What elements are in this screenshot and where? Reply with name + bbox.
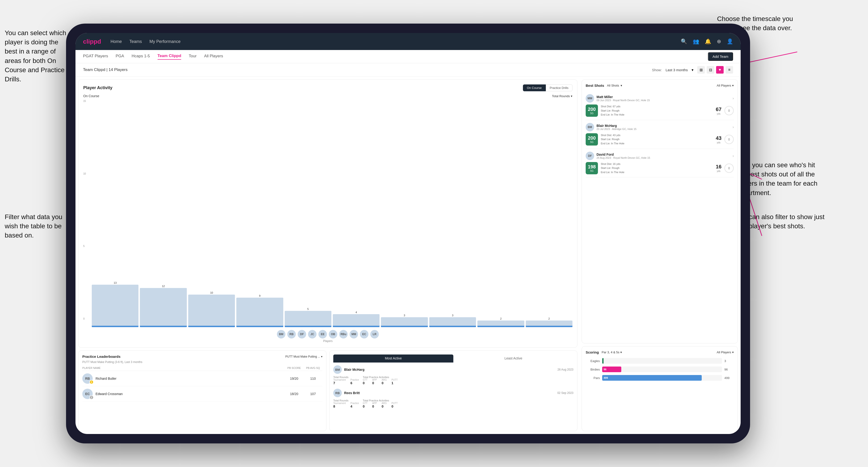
- ma-tabs: Most Active Least Active: [333, 354, 574, 363]
- practice-leaderboard-section: Practice Leaderboards PUTT Must Make Put…: [78, 350, 327, 431]
- bar: [140, 288, 187, 327]
- scoring-bar: 96: [602, 367, 621, 372]
- nav-my-performance[interactable]: My Performance: [150, 39, 181, 44]
- tab-on-course[interactable]: On Course: [523, 85, 546, 91]
- list-item[interactable]: EC 2 Edward Crossman 18/20 107: [82, 386, 322, 402]
- shot-badge: 200 SG: [586, 133, 598, 146]
- pl-dropdown[interactable]: PUTT Must Make Putting ... ▾: [285, 355, 322, 358]
- time-select[interactable]: Last 3 months: [665, 68, 688, 72]
- scoring-bar: 499: [602, 375, 702, 381]
- search-icon[interactable]: 🔍: [681, 38, 687, 44]
- plus-circle-icon[interactable]: ⊕: [717, 38, 721, 44]
- nav-icons: 🔍 👥 🔔 ⊕ 👤: [681, 38, 733, 44]
- bar-group: 9: [236, 294, 283, 327]
- list-item[interactable]: BM Blair McHarg 23 Jul 2023 · Aldridge G…: [586, 120, 734, 149]
- heart-view-icon[interactable]: ♥: [716, 66, 724, 73]
- col-player-name: PLAYER NAME: [82, 367, 285, 369]
- shot-metric-distance: 16 yds: [716, 164, 721, 173]
- tab-hcaps[interactable]: Hcaps 1-5: [132, 54, 150, 59]
- menu-view-icon[interactable]: ≡: [725, 66, 733, 73]
- player-avatar[interactable]: EE: [318, 330, 327, 338]
- chevron-right-icon[interactable]: ›: [733, 125, 734, 129]
- sc-header: Scoring Par 3, 4 & 5s ▾ All Players ▾: [586, 350, 734, 354]
- activity-header: Player Activity On Course Practice Drill…: [83, 85, 572, 91]
- avatar: DF: [586, 152, 594, 160]
- tab-pgat-players[interactable]: PGAT Players: [83, 54, 108, 59]
- tab-least-active[interactable]: Least Active: [453, 354, 574, 363]
- scoring-label: Pars: [586, 376, 600, 380]
- bell-icon[interactable]: 🔔: [705, 38, 711, 44]
- sc-filter[interactable]: Par 3, 4 & 5s ▾: [602, 350, 622, 354]
- chevron-down-icon: ▾: [620, 350, 622, 354]
- player-name: Edward Crossman: [96, 392, 285, 396]
- player-name: Richard Butler: [96, 377, 285, 380]
- shot-metric-distance: 43 yds: [716, 135, 721, 144]
- player-sub: 23 Jul 2023 · Aldridge GC, Hole 15: [596, 128, 637, 130]
- tab-all-players[interactable]: All Players: [204, 54, 223, 59]
- tab-pga[interactable]: PGA: [116, 54, 124, 59]
- top-navigation: clippd Home Teams My Performance 🔍 👥 🔔 ⊕…: [75, 33, 741, 50]
- bs-filter-players[interactable]: All Players ▾: [717, 84, 734, 87]
- nav-teams[interactable]: Teams: [129, 39, 142, 44]
- list-item: BM Blair McHarg 26 Aug 2023 Total Rounds…: [333, 365, 574, 385]
- pl-subtitle: PUTT Must Make Putting (3-6 ft), Last 3 …: [82, 361, 322, 364]
- user-avatar-icon[interactable]: 👤: [727, 38, 733, 44]
- sub-nav-tabs: PGAT Players PGA Hcaps 1-5 Team Clippd T…: [83, 54, 223, 60]
- list-item[interactable]: RB 1 Richard Butler 19/20 110: [82, 371, 322, 386]
- right-panel: Best Shots All Shots ▾ All Players ▾: [580, 76, 741, 434]
- shot-badge: 200 SG: [586, 104, 598, 117]
- tab-tour[interactable]: Tour: [189, 54, 196, 59]
- player-avatar[interactable]: OB: [329, 330, 337, 338]
- users-icon[interactable]: 👥: [693, 38, 699, 44]
- view-icons: ⊞ ⊟ ♥ ≡: [697, 66, 733, 73]
- player-name: Blair McHarg: [596, 124, 637, 128]
- player-avatar[interactable]: DF: [298, 330, 306, 338]
- pl-header: Practice Leaderboards PUTT Must Make Put…: [82, 354, 322, 359]
- chevron-right-icon[interactable]: ›: [733, 96, 734, 100]
- avatar: BM: [586, 123, 594, 131]
- player-name: Matt Miller: [596, 95, 650, 99]
- bs-filter-shots[interactable]: All Shots ▾: [607, 84, 622, 87]
- team-controls: Show: Last 3 months ▾ ⊞ ⊟ ♥ ≡: [652, 66, 733, 73]
- date: 26 Aug 2023: [558, 368, 574, 371]
- bar: [92, 285, 138, 327]
- bar: [188, 294, 235, 327]
- nav-home[interactable]: Home: [111, 39, 122, 44]
- bar: [526, 320, 572, 327]
- annotation-top-left: You can select which player is doing the…: [5, 28, 71, 84]
- chevron-down-icon[interactable]: ▾: [691, 68, 693, 72]
- bar-group: 5: [285, 308, 331, 327]
- bar-group: 12: [140, 285, 187, 327]
- sub-navigation: PGAT Players PGA Hcaps 1-5 Team Clippd T…: [75, 50, 741, 63]
- chevron-down-icon: ▾: [732, 84, 734, 87]
- chevron-right-icon[interactable]: ›: [733, 154, 734, 158]
- scoring-bar-wrap: [602, 358, 722, 364]
- scoring-label: Eagles: [586, 359, 600, 363]
- tab-most-active[interactable]: Most Active: [333, 354, 453, 363]
- tab-practice-drills[interactable]: Practice Drills: [546, 85, 572, 91]
- bar-group: 2: [477, 317, 524, 327]
- rank-badge: 2: [89, 395, 94, 400]
- player-sub: 09 Jun 2023 · Royal North Devon GC, Hole…: [596, 99, 650, 102]
- player-avatar[interactable]: LR: [370, 330, 379, 338]
- add-team-button[interactable]: Add Team: [708, 52, 733, 61]
- player-avatar[interactable]: RB: [287, 330, 296, 338]
- grid-view-icon[interactable]: ⊞: [697, 66, 705, 73]
- player-avatar[interactable]: BM: [277, 330, 285, 338]
- list-item[interactable]: MM Matt Miller 09 Jun 2023 · Royal North…: [586, 91, 734, 120]
- sc-all-players[interactable]: All Players ▾: [717, 350, 734, 354]
- player-avatar[interactable]: MM: [349, 330, 358, 338]
- player-avatar[interactable]: EC: [360, 330, 368, 338]
- list-item[interactable]: DF David Ford 24 Aug 2023 · Royal North …: [586, 149, 734, 178]
- tab-team-clippd[interactable]: Team Clippd: [158, 54, 181, 60]
- total-rounds-select[interactable]: Total Rounds ▾: [552, 94, 572, 98]
- player-avatar[interactable]: RBu: [339, 330, 348, 338]
- players-x-label: Players: [83, 339, 572, 343]
- player-activity-section: Player Activity On Course Practice Drill…: [78, 80, 578, 348]
- chevron-down-icon: ▾: [321, 355, 322, 358]
- shot-metric-distance: 67 yds: [716, 106, 721, 115]
- player-sub: 24 Aug 2023 · Royal North Devon GC, Hole…: [596, 156, 650, 159]
- avatar: BM: [333, 365, 342, 374]
- list-view-icon[interactable]: ⊟: [707, 66, 714, 73]
- player-avatar[interactable]: JC: [308, 330, 316, 338]
